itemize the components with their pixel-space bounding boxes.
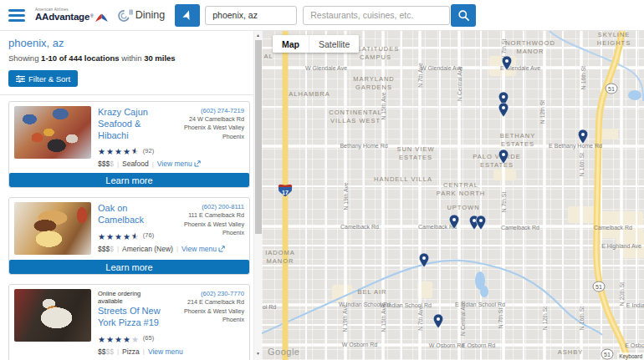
street-label: N 16th St: [580, 66, 586, 89]
road-label: E Indian S: [626, 302, 644, 308]
review-count: (76): [143, 231, 154, 239]
flight-symbol-icon: [95, 13, 108, 22]
map-pin[interactable]: [449, 215, 460, 230]
scroll-up-icon[interactable]: ▲: [254, 31, 262, 39]
map-type-control: Map Satellite: [273, 35, 359, 53]
restaurant-photo: [14, 202, 91, 255]
panel-scrollbar[interactable]: ▲ ▼: [253, 31, 262, 360]
city-label: Phoenix: [169, 133, 244, 141]
restaurant-name-link[interactable]: Streets Of New York Pizza #19: [98, 306, 166, 329]
region-label: Phoenix & West Valley: [169, 307, 244, 316]
neighborhood-label: HANDELL VILLA: [374, 175, 432, 184]
street-label: N 15th Ave: [381, 92, 386, 119]
map-canvas[interactable]: Map Satellite Google Keyboard ALBEATITUD…: [262, 31, 644, 360]
navigation-arrow-icon: [180, 8, 195, 23]
neighborhood-label: SUN VIEWESTATES: [396, 145, 434, 162]
map-pin[interactable]: [502, 56, 513, 71]
road-label: Camelback Rd: [340, 224, 379, 230]
street-label: N 19th Ave: [343, 182, 349, 210]
neighborhood-label: NORTHWOODMANOR: [505, 39, 555, 56]
road-label: Camelback Rd: [594, 225, 632, 231]
restaurant-search-input[interactable]: [303, 6, 450, 25]
use-my-location-button[interactable]: [175, 4, 200, 27]
filter-sort-button[interactable]: Filter & Sort: [8, 70, 78, 87]
hamburger-menu-icon[interactable]: [8, 9, 25, 22]
street-label: N 7th St: [498, 308, 503, 329]
neighborhood-label: CENTRALPARK NORTH: [437, 181, 485, 198]
scroll-down-icon[interactable]: ▼: [254, 349, 262, 357]
price-level: $$$$: [98, 160, 114, 168]
region-label: Phoenix & West Valley: [169, 221, 244, 229]
region-label: Phoenix & West Valley: [169, 124, 244, 132]
road-label: W Osborn Rd: [429, 342, 464, 348]
filter-sliders-icon: [16, 75, 25, 83]
road-label: ol Rd: [263, 304, 276, 310]
neighborhood-label: ASHBY: [558, 348, 583, 357]
card-actions: Learn more: [9, 260, 249, 274]
neighborhood-label: CONTINENTALVILLAS WEST: [329, 109, 381, 125]
street-address: 111 E Camelback Rd: [169, 211, 244, 220]
city-label: Phoenix: [169, 229, 244, 237]
street-label: N 15th Ave: [381, 304, 386, 332]
google-logo[interactable]: Google: [268, 347, 299, 357]
road-label: E Osborn: [625, 342, 644, 348]
map-pin[interactable]: [476, 215, 487, 231]
phone-link[interactable]: (602) 200-8111: [169, 202, 244, 211]
neighborhood-label: BETHANYESTATES: [500, 132, 535, 149]
map-pin[interactable]: [419, 253, 430, 268]
dining-logo-icon: [116, 8, 133, 23]
route-51-shield: 51: [606, 84, 618, 94]
road-label: E Bethany Home Rd: [549, 143, 602, 149]
learn-more-button[interactable]: Learn more: [9, 260, 249, 274]
street-label: N 7th Ave: [417, 63, 423, 87]
map-attribution[interactable]: Keyboard: [617, 352, 644, 360]
neighborhood-label: AL: [263, 53, 273, 61]
map-pin[interactable]: [498, 150, 509, 165]
restaurant-card: Krazy Cajun Seafood & Hibachi ★★★★★ (92)…: [8, 101, 250, 188]
map-view-button[interactable]: Map: [273, 35, 309, 53]
restaurant-contact: (602) 200-8111 111 E Camelback Rd Phoeni…: [169, 202, 244, 255]
map-pin[interactable]: [433, 314, 444, 329]
price-level: $$$$: [98, 347, 114, 356]
street-label: N Central Ave: [457, 66, 463, 101]
review-count: (92): [143, 147, 154, 155]
road-label: E Osborn Rd: [462, 342, 495, 348]
search-icon: [457, 9, 470, 22]
learn-more-button[interactable]: Learn more: [9, 173, 249, 187]
phone-link[interactable]: (602) 230-7770: [169, 289, 244, 298]
map-pin[interactable]: [498, 103, 509, 118]
street-address: 24 W Camelback Rd: [169, 115, 244, 124]
road-label: W Osborn Rd: [342, 342, 377, 347]
results-list: Krazy Cajun Seafood & Hibachi ★★★★★ (92)…: [0, 94, 253, 360]
road-label: Bethany Home Rd: [340, 143, 387, 149]
dining-wordmark: Dining: [135, 9, 165, 21]
results-panel: phoenix, az Showing 1-10 of 444 location…: [0, 31, 253, 360]
restaurant-name-link[interactable]: Oak on Camelback: [98, 203, 166, 226]
review-count: (65): [143, 334, 154, 342]
satellite-view-button[interactable]: Satellite: [309, 35, 359, 53]
search-button[interactable]: [451, 4, 476, 27]
restaurant-name-link[interactable]: Krazy Cajun Seafood & Hibachi: [98, 107, 166, 141]
street-label: N 16th St: [579, 307, 585, 330]
location-input[interactable]: [205, 6, 297, 25]
restaurant-card: Oak on Camelback ★★★★★ (76) $$$$ | Ameri…: [8, 197, 250, 275]
restaurant-contact: (602) 274-7219 24 W Camelback Rd Phoenix…: [169, 106, 244, 168]
street-label: N 20th St: [619, 282, 625, 306]
aadvantage-logo[interactable]: American Airlines AAdvantage ®: [35, 8, 108, 23]
map-pin[interactable]: [578, 129, 589, 145]
dining-logo[interactable]: Dining: [116, 8, 165, 23]
neighborhood-label: PALO VERDEESTATES: [473, 153, 520, 170]
cuisine-label: Pizza: [122, 347, 140, 356]
app-header: American Airlines AAdvantage ® Dining: [0, 0, 644, 31]
neighborhood-label: SKYLINEHEIGHTS: [597, 31, 631, 48]
street-label: N 19th Ave: [342, 304, 348, 332]
neighborhood-label: IADOMAMANOR: [265, 249, 295, 266]
route-51-shield: 51: [601, 349, 614, 360]
card-actions: Learn more: [9, 173, 249, 187]
scrollbar-thumb[interactable]: [255, 40, 262, 234]
street-label: N 16th St: [579, 153, 585, 176]
phone-link[interactable]: (602) 274-7219: [169, 106, 244, 115]
route-51-shield: 51: [593, 281, 606, 292]
neighborhood-label: BEL AIR: [357, 288, 386, 297]
neighborhood-label: ALHAMBRA: [289, 90, 330, 99]
